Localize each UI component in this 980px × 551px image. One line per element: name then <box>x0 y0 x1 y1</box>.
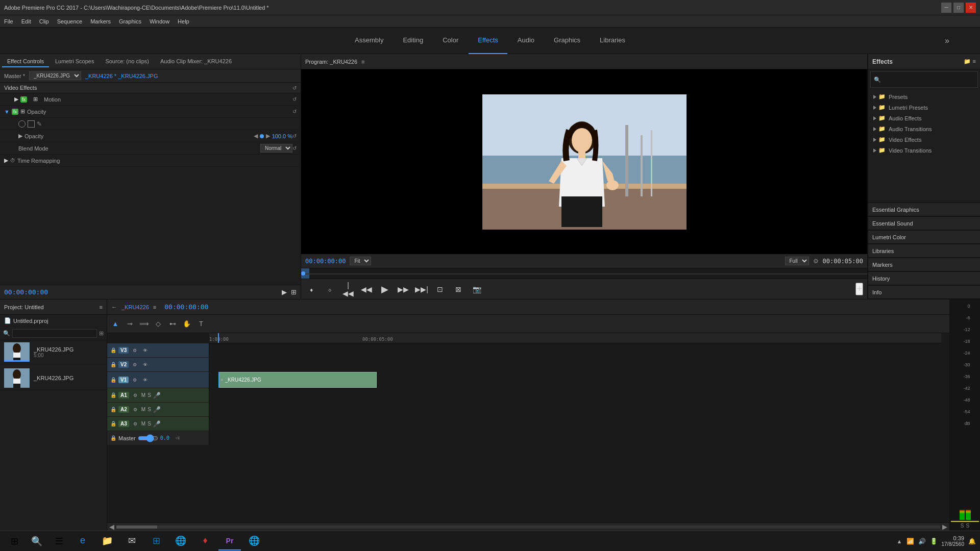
tab-source[interactable]: Source: (no clips) <box>100 56 154 67</box>
zoom-out-button[interactable]: ◀ <box>109 523 114 531</box>
tab-color[interactable]: Color <box>433 28 468 54</box>
opacity-expand[interactable]: ▼ <box>4 109 10 115</box>
motion-expand[interactable]: ▶ <box>4 96 18 103</box>
track-master-lock[interactable]: 🔒 <box>110 435 116 441</box>
master-volume-slider[interactable] <box>138 434 158 442</box>
tab-assembly[interactable]: Assembly <box>346 28 393 54</box>
track-a2-lock[interactable]: 🔒 <box>110 407 116 412</box>
info-header[interactable]: Info <box>868 286 980 299</box>
app-unknown[interactable]: ♦ <box>194 532 216 550</box>
go-in-button[interactable]: |◀◀ <box>342 283 354 295</box>
video-effects-reset[interactable]: ↺ <box>292 85 297 91</box>
lumetri-color-header[interactable]: Lumetri Color <box>868 231 980 244</box>
store-app[interactable]: ⊞ <box>145 532 167 550</box>
slip-tool[interactable]: ⊷ <box>166 318 179 330</box>
battery-icon[interactable]: 🔋 <box>930 538 938 545</box>
menu-clip[interactable]: Clip <box>39 18 49 24</box>
sequence-clip-link[interactable]: _KRU4226 * _KRU4226.JPG <box>85 73 158 79</box>
meter-s-right[interactable]: S <box>966 523 970 529</box>
effects-search-input[interactable] <box>883 75 974 84</box>
explorer-app[interactable]: 📁 <box>96 532 118 550</box>
track-v3-name[interactable]: V3 <box>118 347 129 354</box>
track-v2-settings[interactable]: ⚙ <box>131 361 139 369</box>
tab-lumetri-scopes[interactable]: Lumetri Scopes <box>50 56 99 67</box>
track-v3-settings[interactable]: ⚙ <box>131 346 139 355</box>
type-tool[interactable]: T <box>195 318 207 330</box>
clip-kru4226[interactable]: ▪ _KRU4226.JPG <box>218 372 377 388</box>
essential-graphics-header[interactable]: Essential Graphics <box>868 203 980 216</box>
start-button[interactable]: ⊞ <box>4 532 24 550</box>
essential-sound-header[interactable]: Essential Sound <box>868 217 980 230</box>
lift-button[interactable]: ⊡ <box>434 283 446 295</box>
track-a2-m[interactable]: M <box>141 407 145 412</box>
menu-window[interactable]: Window <box>150 18 169 24</box>
tab-graphics[interactable]: Graphics <box>545 28 590 54</box>
tab-effect-controls[interactable]: Effect Controls <box>2 56 49 67</box>
seq-timecode[interactable]: 00:00:00:00 <box>164 303 208 311</box>
project-search-input[interactable] <box>12 329 97 338</box>
tray-datetime[interactable]: 0:39 17/8/2560 <box>942 535 965 547</box>
h-scrollbar[interactable] <box>116 525 940 529</box>
project-item-1[interactable]: _KRU4226.JPG <box>0 366 107 390</box>
ripple-edit-tool[interactable]: ⟹ <box>138 318 150 330</box>
libraries-header[interactable]: Libraries <box>868 244 980 258</box>
effect-controls-timecode[interactable]: 00:00:00:00 <box>4 288 48 296</box>
step-forward-button[interactable]: ▶▶ <box>397 283 409 295</box>
timeline-menu-icon[interactable]: ≡ <box>153 304 156 310</box>
track-a2-settings[interactable]: ⚙ <box>131 406 139 414</box>
tray-expand[interactable]: ▲ <box>897 538 902 544</box>
opacity-nav-next[interactable]: ▶ <box>266 133 270 139</box>
project-item-0[interactable]: _KRU4226.JPG 5:00 <box>0 340 107 364</box>
blend-mode-reset[interactable]: ↺ <box>292 145 297 151</box>
history-header[interactable]: History <box>868 272 980 285</box>
timeline-back-icon[interactable]: ← <box>111 304 117 311</box>
track-a1-lock[interactable]: 🔒 <box>110 392 116 398</box>
selection-tool[interactable]: ▲ <box>109 318 121 330</box>
track-v2-lock[interactable]: 🔒 <box>110 362 116 367</box>
program-menu-icon[interactable]: ≡ <box>361 59 364 65</box>
ellipse-shape-icon[interactable] <box>18 120 26 128</box>
track-a3-mic[interactable]: 🎤 <box>153 420 161 428</box>
camera-button[interactable]: 📷 <box>471 283 483 295</box>
premiere-app[interactable]: Pr <box>218 532 241 550</box>
timeline-scrub[interactable] <box>301 268 867 279</box>
tab-editing[interactable]: Editing <box>394 28 432 54</box>
h-scrollbar-thumb[interactable] <box>116 525 157 529</box>
blend-mode-select[interactable]: Normal <box>260 144 292 153</box>
meter-s-left[interactable]: S <box>961 523 964 529</box>
track-v3-lock[interactable]: 🔒 <box>110 347 116 353</box>
volume-icon[interactable]: 🔊 <box>918 538 926 545</box>
track-a3-m[interactable]: M <box>141 421 145 427</box>
opacity-reset[interactable]: ↺ <box>292 109 297 114</box>
tab-audio-clip-mixer[interactable]: Audio Clip Mixer: _KRU4226 <box>155 56 237 67</box>
ie-app[interactable]: e <box>71 532 94 550</box>
rect-shape-icon[interactable] <box>28 120 35 128</box>
project-add-icon[interactable]: ⊞ <box>99 330 104 337</box>
search-button[interactable]: 🔍 <box>27 532 47 550</box>
menu-graphics[interactable]: Graphics <box>119 18 141 24</box>
chrome-app[interactable]: 🌐 <box>169 532 192 550</box>
add-button[interactable]: + <box>855 283 863 295</box>
hand-tool[interactable]: ✋ <box>181 318 193 330</box>
close-button[interactable]: ✕ <box>966 3 976 13</box>
razor-tool[interactable]: ◇ <box>152 318 164 330</box>
master-track-end[interactable]: ⊣ <box>172 432 184 444</box>
fit-select[interactable]: Fit <box>350 257 371 265</box>
track-a1-name[interactable]: A1 <box>118 392 129 398</box>
menu-help[interactable]: Help <box>178 18 189 24</box>
mark-in-button[interactable]: ⬧ <box>305 283 317 295</box>
mark-out-button[interactable]: ⬦ <box>324 283 336 295</box>
track-a1-s[interactable]: S <box>148 392 151 398</box>
maximize-button[interactable]: □ <box>953 3 964 13</box>
track-a3-lock[interactable]: 🔒 <box>110 421 116 427</box>
menu-markers[interactable]: Markers <box>90 18 111 24</box>
browser-app2[interactable]: 🌐 <box>243 532 265 550</box>
tab-effects[interactable]: Effects <box>469 28 507 54</box>
minimize-button[interactable]: ─ <box>941 3 951 13</box>
task-view-button[interactable]: ☰ <box>49 532 69 550</box>
track-a2-s[interactable]: S <box>148 407 151 412</box>
time-remapping-expand[interactable]: ▶ <box>4 157 8 164</box>
opacity-nav-prev[interactable]: ◀ <box>254 133 258 139</box>
step-back-button[interactable]: ◀◀ <box>360 283 373 295</box>
footer-play-button[interactable]: ▶ <box>282 288 287 296</box>
